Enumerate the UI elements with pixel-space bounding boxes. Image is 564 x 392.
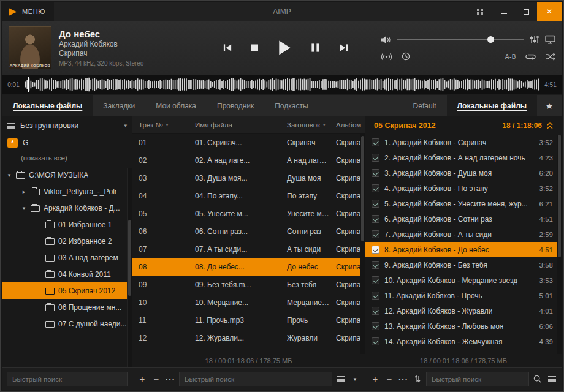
layout-grid-icon[interactable] [477, 9, 483, 15]
pause-button[interactable] [310, 43, 321, 53]
album-art[interactable]: АРКАДИЙ КОБЯКОВ [9, 26, 51, 69]
table-row[interactable]: 0404. По этапу...По этапуСкрипач [132, 187, 365, 205]
table-row[interactable]: 0707. А ты сиди...А ты сидиСкрипач [132, 240, 365, 258]
nav-tab[interactable]: Проводник [207, 95, 264, 116]
scrollbar-thumb[interactable] [128, 220, 131, 296]
add-button[interactable]: + [137, 372, 148, 386]
playlist-item[interactable]: 1. Аркадий Кобяков - Скрипач3:52 [365, 135, 562, 150]
playlist-item[interactable]: 12. Аркадий Кобяков - Журавли4:01 [365, 303, 562, 318]
drive-filter-row[interactable]: * G [2, 135, 132, 151]
sort-caret-button[interactable]: ▾ [349, 372, 360, 386]
table-row[interactable]: 1010. Мерцание...Мерцание зв...Скрипач [132, 293, 365, 311]
checkbox[interactable] [372, 322, 379, 330]
playlist-item[interactable]: 7. Аркадий Кобяков - А ты сиди2:59 [365, 227, 562, 242]
collapse-chevrons-icon[interactable] [547, 122, 553, 129]
playlist-item[interactable]: 9. Аркадий Кобяков - Без тебя3:58 [365, 257, 562, 273]
maximize-button[interactable] [515, 2, 537, 21]
table-scrollbar[interactable] [360, 134, 365, 354]
tree-item[interactable]: 06 Прощение мн... [2, 299, 132, 315]
table-row[interactable]: 0909. Без тебя.m...Без тебяСкрипач [132, 276, 365, 293]
playlist-item[interactable]: 13. Аркадий Кобяков - Любовь моя6:06 [365, 318, 562, 334]
tree-item[interactable]: 01 Избранное 1 [2, 216, 132, 233]
checkbox[interactable] [372, 230, 379, 238]
tree-item[interactable]: 03 А над лагерем [2, 249, 132, 266]
playlist-item[interactable]: 5. Аркадий Кобяков - Унесите меня, жур..… [365, 196, 562, 211]
table-search-input[interactable] [179, 372, 332, 386]
play-button[interactable] [277, 40, 292, 56]
checkbox[interactable] [372, 200, 379, 208]
repeat-icon[interactable] [525, 53, 536, 61]
checkbox[interactable] [372, 307, 379, 315]
checkbox[interactable] [372, 138, 379, 146]
more-button[interactable]: ··· [398, 372, 409, 386]
tree-item[interactable]: ▾Аркадий Кобяков - Д... [2, 200, 132, 216]
checkbox[interactable] [372, 276, 379, 284]
playlist-item[interactable]: 8. Аркадий Кобяков - До небес4:51 [365, 242, 562, 257]
nav-tab[interactable]: Подкасты [264, 95, 318, 116]
playlist-item[interactable]: 14. Аркадий Кобяков - Жемчужная4:39 [365, 334, 562, 349]
expand-icon[interactable]: ▾ [21, 205, 27, 211]
playlist-menu-button[interactable] [546, 372, 557, 386]
playlist-item[interactable]: 4. Аркадий Кобяков - По этапу3:52 [365, 181, 562, 196]
next-button[interactable] [339, 43, 349, 53]
playlist-item[interactable]: 6. Аркадий Кобяков - Сотни раз4:51 [365, 211, 562, 227]
checkbox[interactable] [372, 337, 379, 345]
menu-button[interactable]: МЕНЮ [2, 2, 54, 21]
remove-button[interactable]: − [384, 372, 395, 386]
scrollbar-thumb[interactable] [361, 136, 364, 242]
grouping-dropdown[interactable]: Без группировки ▾ [2, 116, 132, 135]
playlist-item[interactable]: 11. Аркадий Кобяков - Прочь5:01 [365, 288, 562, 303]
table-row[interactable]: 0101. Скрипач...СкрипачСкрипач [132, 134, 365, 151]
table-row[interactable]: 1111. Прочь.mp3ПрочьСкрипач [132, 311, 365, 329]
playlist-header[interactable]: 05 Скрипач 2012 18 / 1:18:06 [365, 116, 562, 135]
column-header-title[interactable]: Заголовок▾ [281, 121, 330, 129]
checkbox[interactable] [372, 184, 379, 192]
table-row[interactable]: 1212. Журавли...ЖуравлиСкрипач [132, 329, 365, 347]
table-row[interactable]: 0303. Душа моя...Душа мояСкрипач [132, 169, 365, 187]
expand-icon[interactable]: ▾ [6, 172, 12, 178]
checkbox[interactable] [372, 154, 379, 162]
checkbox[interactable] [372, 169, 379, 177]
checkbox[interactable] [372, 261, 379, 269]
tree-item[interactable]: 07 С душой наеди... [2, 315, 132, 332]
table-row[interactable]: 0606. Сотни раз...Сотни разСкрипач [132, 222, 365, 240]
column-header-track[interactable]: Трек №▾ [132, 121, 189, 129]
playlist-scrollbar[interactable] [557, 135, 562, 354]
monitor-icon[interactable] [545, 35, 555, 44]
checkbox[interactable] [372, 215, 379, 223]
more-button[interactable]: ··· [165, 372, 176, 386]
ab-repeat-button[interactable]: A-B [505, 53, 516, 60]
volume-slider[interactable] [397, 36, 524, 43]
checkbox[interactable] [372, 292, 379, 300]
sidebar-search-input[interactable] [7, 372, 128, 386]
playlist-item[interactable]: 3. Аркадий Кобяков - Душа моя6:20 [365, 165, 562, 181]
playlist-search-input[interactable] [426, 372, 529, 386]
equalizer-icon[interactable] [530, 35, 539, 44]
tree-item[interactable]: 05 Скрипач 2012 [2, 282, 132, 299]
playlist-item[interactable]: 2. Аркадий Кобяков - А над лагерем ночь4… [365, 150, 562, 165]
favorites-star-icon[interactable]: ★ [537, 95, 562, 116]
playlist-item[interactable]: 10. Аркадий Кобяков - Мерцание звезд3:53 [365, 273, 562, 288]
previous-button[interactable] [223, 43, 232, 53]
reorder-button[interactable] [412, 372, 423, 386]
sort-menu-button[interactable] [335, 372, 346, 386]
remove-button[interactable]: − [151, 372, 162, 386]
waveform-seekbar[interactable] [25, 77, 539, 92]
close-button[interactable]: ✕ [537, 2, 562, 21]
nav-tab[interactable]: Локальные файлы [2, 95, 93, 116]
tree-item[interactable]: ▸Viktor_Petlyura_-_Polr [2, 183, 132, 200]
add-button[interactable]: + [370, 372, 381, 386]
tree-item[interactable]: ▾G:\МОЯ МУЗЫКА [2, 167, 132, 183]
column-header-filename[interactable]: Имя файла [189, 121, 281, 129]
sidebar-scrollbar[interactable] [127, 168, 132, 368]
table-row[interactable]: 0808. До небес...До небесСкрипач [132, 258, 365, 276]
minimize-button[interactable] [493, 2, 515, 21]
sleep-timer-clock-icon[interactable] [402, 52, 410, 61]
tree-item[interactable]: 02 Избранное 2 [2, 233, 132, 249]
stop-button[interactable] [251, 44, 259, 52]
radio-broadcast-icon[interactable] [381, 53, 392, 61]
tree-item[interactable]: 04 Конвой 2011 [2, 266, 132, 282]
nav-tab[interactable]: Закладки [93, 95, 145, 116]
playhead-marker[interactable] [28, 77, 29, 92]
column-header-album[interactable]: Альбом [330, 121, 365, 129]
